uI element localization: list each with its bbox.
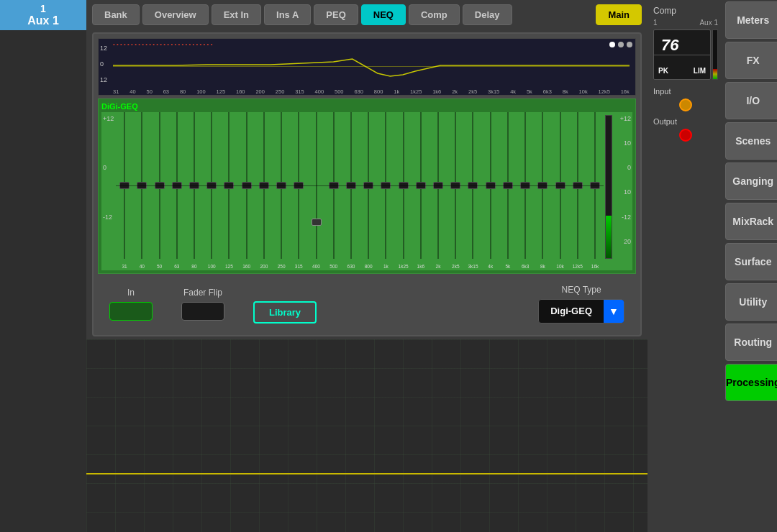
- geq-slider-thumb[interactable]: [363, 182, 373, 189]
- geq-slider-thumb[interactable]: [276, 182, 286, 189]
- tab-bank[interactable]: Bank: [92, 4, 140, 25]
- tab-peq[interactable]: PEQ: [314, 4, 358, 25]
- geq-slider-thumb[interactable]: [503, 182, 513, 189]
- ganging-button[interactable]: Ganging: [725, 162, 777, 200]
- scenes-button[interactable]: Scenes: [725, 122, 777, 160]
- geq-slider-thumb[interactable]: [590, 182, 600, 189]
- geq-slider-thumb[interactable]: [486, 182, 496, 189]
- utility-button[interactable]: Utility: [725, 283, 777, 321]
- geq-slider-col[interactable]: 200: [255, 112, 273, 270]
- geq-scale-left: +12 0 -12 x: [101, 112, 116, 270]
- io-button[interactable]: I/O: [725, 82, 777, 119]
- geq-slider-col[interactable]: 63: [168, 112, 186, 270]
- geq-slider-thumb[interactable]: [155, 182, 165, 189]
- surface-button[interactable]: Surface: [725, 243, 777, 280]
- geq-slider-col[interactable]: 315: [290, 112, 307, 270]
- main-button[interactable]: Main: [596, 4, 642, 25]
- library-button[interactable]: Library: [253, 301, 317, 324]
- geq-slider-thumb[interactable]: [346, 182, 356, 189]
- neq-type-value: Digi-GEQ: [539, 301, 604, 321]
- geq-slider-thumb[interactable]: [137, 182, 147, 189]
- fader-flip-toggle[interactable]: [181, 302, 224, 321]
- geq-slider-col[interactable]: 4k: [482, 112, 499, 270]
- geq-slider-col[interactable]: 6k3: [517, 112, 534, 270]
- geq-slider-thumb[interactable]: [555, 182, 565, 189]
- geq-slider-col[interactable]: 2k: [430, 112, 447, 270]
- geq-slider-col[interactable]: 125: [220, 112, 237, 270]
- fx-button[interactable]: FX: [725, 42, 777, 79]
- geq-slider-thumb[interactable]: [381, 182, 391, 189]
- geq-slider-thumb[interactable]: [573, 182, 583, 189]
- top-nav: Bank Overview Ext In Ins A PEQ NEQ Comp …: [86, 0, 648, 29]
- geq-slider-thumb[interactable]: [520, 182, 530, 189]
- right-panel: Comp 1 Aux 1 76 PK LIM Input Output: [648, 0, 777, 532]
- geq-slider-col[interactable]: 5k: [499, 112, 517, 270]
- geq-slider-col[interactable]: 160: [238, 112, 255, 270]
- comp-box[interactable]: 76 PK LIM: [653, 29, 711, 80]
- geq-slider-col[interactable]: 2k5: [447, 112, 464, 270]
- geq-freq-label: 4k: [488, 264, 493, 269]
- input-dot[interactable]: [679, 98, 692, 111]
- geq-slider-col[interactable]: 100: [203, 112, 220, 270]
- geq-slider-thumb[interactable]: [312, 219, 322, 226]
- in-toggle[interactable]: [109, 302, 153, 321]
- geq-slider-thumb[interactable]: [259, 182, 269, 189]
- geq-slider-col[interactable]: 16k: [586, 112, 604, 270]
- geq-slider-track: [281, 112, 282, 259]
- processing-button[interactable]: Processing: [725, 364, 777, 401]
- neq-type-arrow-icon[interactable]: ▼: [604, 300, 624, 323]
- geq-slider-thumb[interactable]: [433, 182, 443, 189]
- geq-slider-col[interactable]: 80: [186, 112, 203, 270]
- geq-slider-track: [298, 112, 299, 259]
- geq-slider-thumb[interactable]: [399, 182, 409, 189]
- geq-slider-track: [141, 112, 142, 259]
- geq-slider-col[interactable]: 31: [116, 112, 133, 270]
- neq-type-select[interactable]: Digi-GEQ ▼: [538, 299, 624, 324]
- geq-slider-thumb[interactable]: [242, 182, 252, 189]
- geq-slider-thumb[interactable]: [294, 182, 304, 189]
- geq-slider-track: [577, 112, 578, 259]
- routing-button[interactable]: Routing: [725, 324, 777, 361]
- geq-slider-track: [403, 112, 404, 259]
- geq-slider-col[interactable]: 3k15: [464, 112, 481, 270]
- tab-ext-in[interactable]: Ext In: [212, 4, 261, 25]
- geq-slider-thumb[interactable]: [450, 182, 460, 189]
- geq-slider-thumb[interactable]: [416, 182, 426, 189]
- output-dot[interactable]: [679, 129, 692, 142]
- geq-slider-thumb[interactable]: [119, 182, 130, 189]
- tab-delay[interactable]: Delay: [463, 4, 512, 25]
- geq-slider-track: [333, 112, 335, 259]
- tab-ins-a[interactable]: Ins A: [264, 4, 311, 25]
- geq-slider-thumb[interactable]: [224, 182, 234, 189]
- geq-slider-thumb[interactable]: [329, 182, 339, 189]
- geq-slider-thumb[interactable]: [537, 182, 547, 189]
- geq-slider-col[interactable]: 630: [342, 112, 360, 270]
- waveform-grid: [86, 339, 648, 532]
- geq-slider-thumb[interactable]: [468, 182, 478, 189]
- tab-neq[interactable]: NEQ: [361, 4, 406, 25]
- geq-slider-thumb[interactable]: [172, 182, 182, 189]
- geq-slider-col[interactable]: 1k6: [412, 112, 430, 270]
- tab-overview[interactable]: Overview: [142, 4, 209, 25]
- geq-slider-thumb[interactable]: [206, 182, 217, 189]
- geq-slider-col[interactable]: 1k: [377, 112, 394, 270]
- geq-slider-thumb[interactable]: [189, 182, 199, 189]
- geq-slider-col[interactable]: 8k: [534, 112, 551, 270]
- geq-slider-col[interactable]: 1k25: [395, 112, 412, 270]
- geq-slider-track: [263, 112, 265, 259]
- geq-slider-col[interactable]: 10k: [551, 112, 568, 270]
- mixrack-button[interactable]: MixRack: [725, 203, 777, 240]
- left-strip: 1 Aux 1: [0, 0, 86, 532]
- geq-slider-col[interactable]: 800: [360, 112, 377, 270]
- geq-freq-label: 16k: [591, 264, 599, 269]
- geq-slider-col[interactable]: 400: [307, 112, 324, 270]
- geq-freq-label: 630: [347, 264, 355, 269]
- meters-button[interactable]: Meters: [725, 1, 777, 39]
- geq-slider-col[interactable]: 250: [273, 112, 290, 270]
- channel-box[interactable]: 1 Aux 1: [0, 0, 86, 30]
- geq-slider-col[interactable]: 40: [133, 112, 150, 270]
- geq-slider-col[interactable]: 500: [325, 112, 342, 270]
- geq-slider-col[interactable]: 12k5: [569, 112, 586, 270]
- geq-slider-col[interactable]: 50: [150, 112, 168, 270]
- tab-comp[interactable]: Comp: [409, 4, 460, 25]
